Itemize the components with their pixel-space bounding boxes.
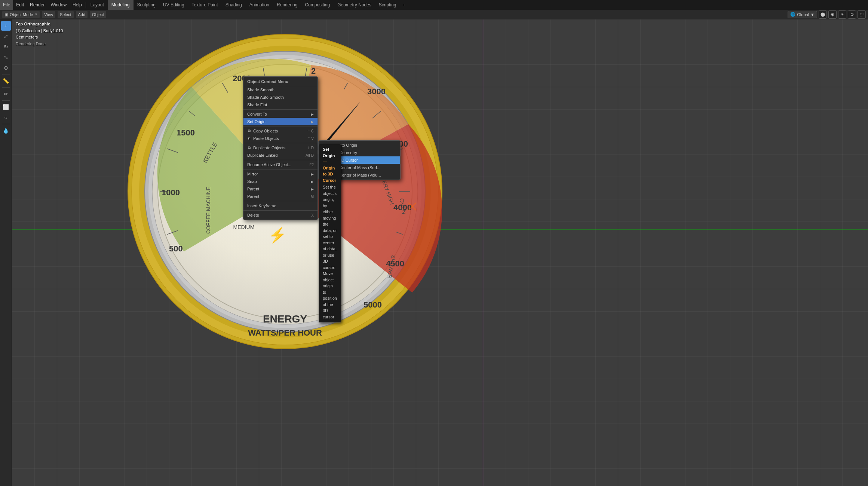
ctx-delete[interactable]: Delete X	[243, 211, 318, 219]
xray-button[interactable]: ⬚	[858, 10, 866, 19]
ctx-shade-smooth[interactable]: Shade Smooth	[243, 86, 318, 94]
svg-text:ENERGY: ENERGY	[263, 313, 307, 325]
ctx-sep-3	[243, 143, 318, 143]
tab-shading[interactable]: Shading	[222, 0, 246, 10]
tool-scale[interactable]: ⤡	[1, 52, 11, 62]
ctx-set-origin[interactable]: Set Origin ▶ Geometry to Origin Origin t…	[243, 118, 318, 125]
tooltip-title: Set Origin — Origin to 3D Cursor	[323, 146, 337, 183]
menu-render[interactable]: Render	[27, 0, 47, 10]
crosshair-vertical	[483, 19, 483, 486]
ctx-sep-7	[243, 210, 318, 211]
viewport-view-label: Top Orthographic	[16, 21, 63, 28]
add-menu[interactable]: Add	[76, 11, 88, 18]
add-workspace-button[interactable]: +	[400, 3, 408, 7]
ctx-move-collection[interactable]: Parent M	[243, 193, 318, 200]
tab-geometry-nodes[interactable]: Geometry Nodes	[334, 0, 375, 10]
move-collection-shortcut: M	[311, 195, 314, 199]
tool-eyedropper[interactable]: 💧	[1, 126, 11, 135]
ctx-duplicate-objects[interactable]: ⧉ Duplicate Objects ⇧ D	[243, 144, 318, 152]
mode-selector[interactable]: ▣ Object Mode ▼	[2, 11, 40, 18]
tool-move[interactable]: ⤢	[1, 31, 11, 41]
duplicate-objects-shortcut: ⇧ D	[307, 146, 314, 150]
ctx-sep-6	[243, 201, 318, 201]
tab-sculpting[interactable]: Sculpting	[134, 0, 159, 10]
global-selector[interactable]: 🌐 Global ▼	[788, 11, 817, 18]
tab-texture-paint[interactable]: Texture Paint	[188, 0, 222, 10]
overlay-button[interactable]: ⊙	[848, 10, 856, 19]
tool-measure[interactable]: 📏	[1, 76, 11, 86]
ctx-duplicate-linked[interactable]: Duplicate Linked Alt D	[243, 152, 318, 159]
rename-active-label: Rename Active Object...	[247, 162, 291, 167]
view-menu[interactable]: View	[42, 11, 55, 18]
tool-divider-3	[2, 100, 10, 101]
tool-cursor[interactable]: +	[1, 21, 11, 31]
topbar-tabs: Layout Modeling Sculpting UV Editing Tex…	[87, 0, 868, 10]
svg-text:2: 2	[311, 66, 316, 76]
shade-smooth-label: Shade Smooth	[247, 88, 274, 92]
tab-scripting[interactable]: Scripting	[375, 0, 400, 10]
tab-compositing[interactable]: Compositing	[301, 0, 334, 10]
viewport-shading-solid[interactable]: ⬤	[819, 10, 827, 19]
tooltip-panel: Set Origin — Origin to 3D Cursor Set the…	[319, 144, 341, 323]
global-caret: ▼	[810, 12, 815, 17]
shade-flat-label: Shade Flat	[247, 103, 267, 107]
tool-divider-1	[2, 74, 10, 74]
viewport-icons: ⬤ ◉ ☀ ⊙ ⬚	[819, 10, 866, 19]
tab-layout[interactable]: Layout	[87, 0, 108, 10]
parent-arrow: ▶	[311, 187, 314, 191]
tool-rotate[interactable]: ↻	[1, 42, 11, 52]
ctx-sep-5	[243, 169, 318, 169]
viewport-info: Top Orthographic (1) Collection | Body1.…	[13, 19, 65, 49]
ctx-copy-objects[interactable]: ⧉ Copy Objects ⌃ C	[243, 127, 318, 135]
tab-animation[interactable]: Animation	[246, 0, 273, 10]
mode-icon: ▣	[4, 12, 8, 17]
parent-label: Parent	[247, 187, 259, 191]
menu-edit[interactable]: Edit	[13, 0, 27, 10]
ctx-paste-objects[interactable]: ⎗ Paste Objects ⌃ V	[243, 135, 318, 142]
viewport-shading-material[interactable]: ◉	[828, 10, 837, 19]
tab-modeling[interactable]: Modeling	[108, 0, 134, 10]
header-strip: ▣ Object Mode ▼ View Select Add Object 🌐…	[0, 10, 868, 19]
paste-objects-shortcut: ⌃ V	[307, 137, 314, 141]
mode-label: Object Mode	[10, 12, 33, 17]
tool-select-circle[interactable]: ○	[1, 113, 11, 122]
duplicate-objects-icon: ⧉	[246, 145, 252, 150]
tab-uv-editing[interactable]: UV Editing	[159, 0, 188, 10]
ctx-snap[interactable]: Snap ▶	[243, 178, 318, 185]
copy-objects-shortcut: ⌃ C	[307, 129, 314, 133]
context-menu: Object Context Menu Shade Smooth Shade A…	[243, 76, 318, 220]
ctx-parent[interactable]: Parent ▶	[243, 185, 318, 193]
tool-annotate[interactable]: ✏	[1, 89, 11, 99]
svg-text:5000: 5000	[364, 300, 382, 309]
duplicate-linked-label: Duplicate Linked	[247, 153, 277, 158]
menu-file[interactable]: File	[0, 0, 13, 10]
ctx-insert-keyframe[interactable]: Insert Keyframe...	[243, 202, 318, 210]
set-origin-label: Set Origin	[247, 119, 266, 124]
ctx-sep-4	[243, 160, 318, 160]
viewport-shading-rendered[interactable]: ☀	[838, 10, 846, 19]
copy-objects-icon: ⧉	[246, 128, 252, 134]
viewport[interactable]: 500 1000 1500 2000 2 3000 3500 4000 4500…	[12, 19, 868, 486]
copy-objects-label: Copy Objects	[253, 129, 278, 133]
ctx-rename-active[interactable]: Rename Active Object... F2	[243, 161, 318, 168]
ctx-shade-auto-smooth[interactable]: Shade Auto Smooth	[243, 94, 318, 101]
rename-active-shortcut: F2	[309, 163, 314, 167]
topbar-divider	[86, 2, 86, 8]
viewport-unit-label: Centimeters	[16, 34, 63, 41]
left-sidebar: + ⤢ ↻ ⤡ ⊕ 📏 ✏ ⬜ ○ 💧	[0, 19, 12, 486]
tool-transform[interactable]: ⊕	[1, 63, 11, 73]
mode-caret: ▼	[34, 13, 37, 16]
ctx-mirror[interactable]: Mirror ▶	[243, 170, 318, 178]
object-menu[interactable]: Object	[90, 11, 106, 18]
menu-help[interactable]: Help	[70, 0, 85, 10]
ctx-convert-to[interactable]: Convert To ▶	[243, 110, 318, 118]
tool-select-box[interactable]: ⬜	[1, 102, 11, 112]
paste-objects-label: Paste Objects	[253, 136, 279, 141]
select-menu[interactable]: Select	[58, 11, 74, 18]
mirror-arrow: ▶	[311, 172, 314, 176]
tab-rendering[interactable]: Rendering	[273, 0, 301, 10]
ctx-sep-1	[243, 109, 318, 110]
menu-window[interactable]: Window	[47, 0, 70, 10]
ctx-shade-flat[interactable]: Shade Flat	[243, 101, 318, 108]
context-menu-panel: Object Context Menu Shade Smooth Shade A…	[243, 76, 318, 220]
